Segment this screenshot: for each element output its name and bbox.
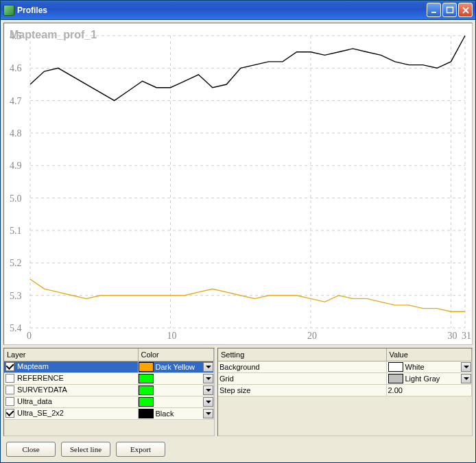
close-window-button[interactable] [458, 3, 473, 17]
layer-checkbox[interactable] [5, 409, 14, 418]
setting-value: Light Gray [405, 375, 462, 383]
color-swatch [139, 374, 154, 383]
titlebar: Profiles [1, 1, 475, 20]
close-button[interactable]: Close [6, 442, 56, 457]
color-label: Dark Yellow [156, 363, 204, 371]
svg-text:30: 30 [448, 331, 457, 341]
settings-panel: Setting Value BackgroundWhiteGridLight G… [217, 348, 473, 436]
setting-name: Grid [218, 372, 386, 384]
layer-row[interactable]: REFERENCE [4, 372, 214, 384]
color-swatch [139, 385, 154, 395]
setting-name: Step size [218, 384, 386, 396]
svg-rect-0 [431, 12, 436, 13]
layer-checkbox[interactable] [5, 397, 14, 406]
color-dropdown[interactable] [203, 397, 213, 407]
color-swatch [139, 362, 154, 372]
value-swatch [388, 374, 403, 383]
svg-text:0: 0 [27, 331, 32, 341]
layer-name: Mapteam [17, 362, 49, 370]
setting-name: Background [218, 361, 386, 372]
layer-checkbox[interactable] [5, 374, 14, 383]
color-dropdown[interactable] [203, 362, 213, 372]
color-label: Black [156, 409, 204, 418]
maximize-button[interactable] [442, 3, 457, 17]
svg-text:4.6: 4.6 [10, 63, 22, 73]
value-swatch [388, 362, 403, 372]
layer-row[interactable]: Ultra_SE_2x2Black [4, 407, 214, 419]
setting-value: White [405, 363, 462, 371]
profile-chart[interactable]: Mapteam_prof_1 4.54.64.74.84.95.05.15.25… [3, 23, 473, 345]
export-button[interactable]: Export [116, 442, 165, 457]
color-dropdown[interactable] [203, 374, 213, 383]
select-line-button[interactable]: Select line [61, 442, 110, 457]
color-dropdown[interactable] [203, 409, 213, 418]
settings-header-value[interactable]: Value [386, 348, 472, 361]
layer-name: Ultra_SE_2x2 [17, 409, 64, 417]
layer-checkbox[interactable] [5, 385, 14, 394]
svg-text:4.9: 4.9 [10, 161, 22, 171]
svg-text:4.8: 4.8 [10, 128, 22, 139]
setting-value: 2.00 [388, 386, 472, 394]
value-dropdown[interactable] [461, 362, 471, 372]
svg-text:5.4: 5.4 [10, 323, 22, 333]
chart-canvas: 4.54.64.74.84.95.05.15.25.35.4010203031 [4, 23, 472, 344]
layers-header-color[interactable]: Color [138, 348, 214, 361]
button-bar: Close Select line Export [1, 436, 475, 462]
settings-table: Setting Value BackgroundWhiteGridLight G… [218, 348, 472, 396]
setting-row: GridLight Gray [218, 372, 472, 384]
svg-text:5.1: 5.1 [10, 226, 22, 236]
layers-panel: Layer Color MapteamDark YellowREFERENCES… [3, 348, 215, 436]
window-title: Profiles [17, 5, 427, 15]
settings-header-setting[interactable]: Setting [218, 348, 386, 361]
svg-text:31: 31 [462, 331, 471, 341]
layer-checkbox[interactable] [5, 362, 14, 371]
chart-title: Mapteam_prof_1 [10, 29, 97, 41]
window-controls [427, 3, 473, 17]
layers-table: Layer Color MapteamDark YellowREFERENCES… [4, 348, 214, 420]
setting-row: BackgroundWhite [218, 361, 472, 372]
svg-rect-1 [447, 7, 453, 12]
color-swatch [139, 397, 154, 407]
minimize-button[interactable] [427, 3, 441, 17]
layer-row[interactable]: MapteamDark Yellow [4, 361, 214, 372]
svg-text:5.2: 5.2 [10, 258, 22, 268]
layer-name: Ultra_data [17, 397, 52, 405]
svg-text:20: 20 [307, 331, 317, 341]
svg-text:10: 10 [167, 331, 177, 341]
layers-header-layer[interactable]: Layer [4, 348, 138, 361]
color-swatch [139, 409, 154, 418]
svg-text:5.0: 5.0 [10, 193, 22, 204]
layer-name: REFERENCE [17, 374, 64, 382]
app-icon [3, 5, 14, 16]
svg-text:4.7: 4.7 [10, 96, 22, 106]
value-dropdown[interactable] [461, 374, 471, 383]
layer-row[interactable]: SURVEYDATA [4, 384, 214, 396]
layer-row[interactable]: Ultra_data [4, 396, 214, 407]
setting-row: Step size2.00 [218, 384, 472, 396]
layer-name: SURVEYDATA [17, 385, 67, 394]
color-dropdown[interactable] [203, 385, 213, 395]
svg-text:5.3: 5.3 [10, 291, 22, 301]
